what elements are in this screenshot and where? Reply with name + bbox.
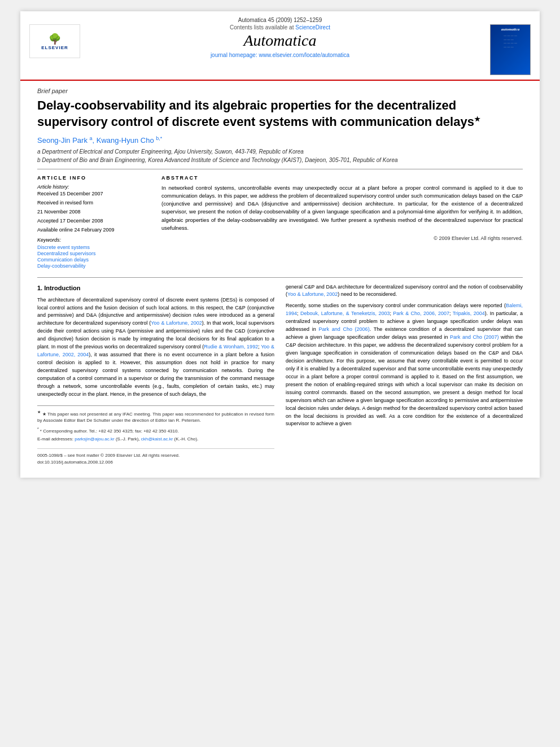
article-info-section: ARTICLE INFO Article history: Received 1… <box>37 175 150 269</box>
right-paragraph-1: general C&P and D&A architecture for dec… <box>286 283 523 299</box>
author-1: Seong-Jin Park <box>37 137 88 145</box>
journal-center: Contents lists available at ScienceDirec… <box>80 24 480 58</box>
abstract-text: In networked control systems, uncontroll… <box>161 184 523 233</box>
journal-cover-thumbnail: automatica — — — —— — —— — — —— — — <box>490 24 531 75</box>
right-paragraph-2: Recently, some studies on the supervisor… <box>286 302 523 428</box>
accepted-date: Accepted 17 December 2008 <box>37 218 150 224</box>
keyword-3: Communication delays <box>37 257 150 263</box>
revised-date: 21 November 2008 <box>37 209 150 215</box>
abstract-section: ABSTRACT In networked control systems, u… <box>161 175 523 269</box>
body-columns: 1. Introduction The architecture of dece… <box>37 283 523 466</box>
elsevier-tree-icon: 🌳 <box>49 33 61 45</box>
journal-homepage: journal homepage: www.elsevier.com/locat… <box>91 52 469 58</box>
homepage-link[interactable]: www.elsevier.com/locate/automatica <box>259 52 350 58</box>
paper-page: Automatica 45 (2009) 1252–1259 🌳 ELSEVIE… <box>20 11 540 478</box>
keyword-2: Decentralized supervisors <box>37 251 150 256</box>
footnotes: ★ ★ This paper was not presented at any … <box>37 405 274 443</box>
journal-header: Automatica 45 (2009) 1252–1259 🌳 ELSEVIE… <box>20 11 540 81</box>
article-info-title: ARTICLE INFO <box>37 175 150 181</box>
elsevier-label: ELSEVIER <box>41 45 68 50</box>
journal-top-bar: 🌳 ELSEVIER Contents lists available at S… <box>29 24 531 75</box>
sciencedirect-link[interactable]: ScienceDirect <box>295 24 330 30</box>
received-date: Received 15 December 2007 <box>37 191 150 196</box>
email-1[interactable]: parksjin@ajou.ac.kr <box>75 436 114 442</box>
available-date: Available online 24 February 2009 <box>37 227 150 233</box>
paper-title: Delay-coobservability and its algebraic … <box>37 98 523 130</box>
footnote-corresponding: * * Corresponding author. Tel.: +82 42 3… <box>37 426 274 435</box>
paper-type-label: Brief paper <box>37 88 523 94</box>
right-column: general C&P and D&A architecture for dec… <box>286 283 523 466</box>
affiliation-a: a Department of Electrical and Computer … <box>37 148 523 155</box>
article-info-abstract-row: ARTICLE INFO Article history: Received 1… <box>37 175 523 269</box>
footnote-star: ★ ★ This paper was not presented at any … <box>37 409 274 425</box>
keywords-label: Keywords: <box>37 237 150 243</box>
divider-2 <box>37 277 523 278</box>
paper-content: Brief paper Delay-coobservability and it… <box>20 81 540 478</box>
doi-line: doi:10.1016/j.automatica.2008.12.006 <box>37 459 274 466</box>
abstract-title: ABSTRACT <box>161 175 523 181</box>
issue-info: Automatica 45 (2009) 1252–1259 <box>29 16 531 24</box>
divider-1 <box>37 169 523 169</box>
left-column: 1. Introduction The architecture of dece… <box>37 283 274 466</box>
contents-available: Contents lists available at ScienceDirec… <box>91 24 469 30</box>
affiliation-b: b Department of Bio and Brain Engineerin… <box>37 157 523 163</box>
revised-label: Received in revised form <box>37 200 150 206</box>
footnote-emails: E-mail addresses: parksjin@ajou.ac.kr (S… <box>37 436 274 443</box>
elsevier-logo: 🌳 ELSEVIER <box>29 24 80 58</box>
intro-section-title: 1. Introduction <box>37 283 274 293</box>
doi-section: 0005-1098/$ – see front matter © 2009 El… <box>37 448 274 466</box>
author-2: Kwang-Hyun Cho <box>97 137 154 145</box>
copyright-line: © 2009 Elsevier Ltd. All rights reserved… <box>161 235 523 241</box>
email-2[interactable]: ckh@kaist.ac.kr <box>141 436 173 442</box>
issn-line: 0005-1098/$ – see front matter © 2009 El… <box>37 452 274 459</box>
authors: Seong-Jin Park a, Kwang-Hyun Cho b,* <box>37 136 523 145</box>
journal-right: automatica — — — —— — —— — — —— — — <box>480 24 531 75</box>
intro-paragraph-1: The architecture of decentralized superv… <box>37 296 274 399</box>
keyword-1: Discrete event systems <box>37 244 150 250</box>
history-label: Article history: <box>37 184 150 190</box>
keyword-4: Delay-coobservability <box>37 263 150 269</box>
journal-name: Automatica <box>91 32 469 50</box>
